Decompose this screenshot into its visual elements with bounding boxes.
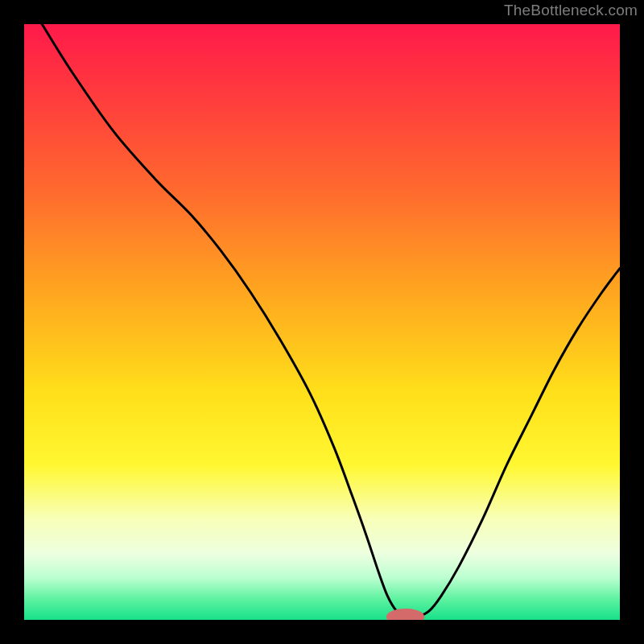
chart-svg	[24, 24, 620, 620]
chart-frame: TheBottleneck.com	[0, 0, 644, 644]
plot-area	[24, 24, 620, 620]
watermark-text: TheBottleneck.com	[504, 2, 638, 19]
gradient-background	[24, 24, 620, 620]
